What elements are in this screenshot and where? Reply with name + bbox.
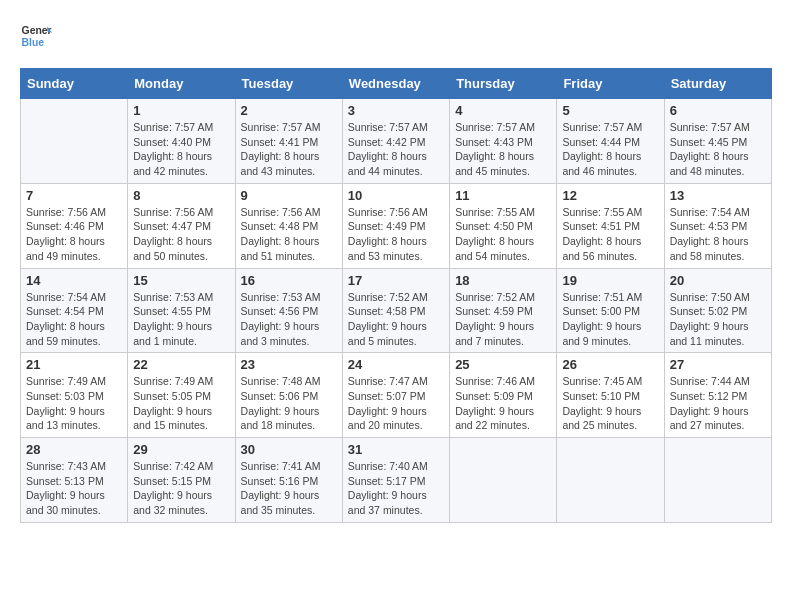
day-detail: Sunrise: 7:54 AMSunset: 4:53 PMDaylight:… <box>670 205 766 264</box>
sunset-text: Sunset: 4:40 PM <box>133 135 229 150</box>
header-cell-wednesday: Wednesday <box>342 69 449 99</box>
sunset-text: Sunset: 5:03 PM <box>26 389 122 404</box>
calendar-cell: 27Sunrise: 7:44 AMSunset: 5:12 PMDayligh… <box>664 353 771 438</box>
sunset-text: Sunset: 4:56 PM <box>241 304 337 319</box>
day-number: 25 <box>455 357 551 372</box>
sunset-text: Sunset: 4:59 PM <box>455 304 551 319</box>
sunrise-text: Sunrise: 7:40 AM <box>348 459 444 474</box>
day-number: 21 <box>26 357 122 372</box>
sunrise-text: Sunrise: 7:55 AM <box>562 205 658 220</box>
day-detail: Sunrise: 7:46 AMSunset: 5:09 PMDaylight:… <box>455 374 551 433</box>
calendar-cell: 1Sunrise: 7:57 AMSunset: 4:40 PMDaylight… <box>128 99 235 184</box>
daylight-text: Daylight: 8 hours and 44 minutes. <box>348 149 444 178</box>
day-detail: Sunrise: 7:56 AMSunset: 4:48 PMDaylight:… <box>241 205 337 264</box>
sunset-text: Sunset: 5:07 PM <box>348 389 444 404</box>
day-detail: Sunrise: 7:44 AMSunset: 5:12 PMDaylight:… <box>670 374 766 433</box>
daylight-text: Daylight: 9 hours and 7 minutes. <box>455 319 551 348</box>
calendar-cell: 2Sunrise: 7:57 AMSunset: 4:41 PMDaylight… <box>235 99 342 184</box>
calendar-cell: 18Sunrise: 7:52 AMSunset: 4:59 PMDayligh… <box>450 268 557 353</box>
daylight-text: Daylight: 9 hours and 18 minutes. <box>241 404 337 433</box>
daylight-text: Daylight: 9 hours and 22 minutes. <box>455 404 551 433</box>
sunrise-text: Sunrise: 7:56 AM <box>348 205 444 220</box>
calendar-cell: 25Sunrise: 7:46 AMSunset: 5:09 PMDayligh… <box>450 353 557 438</box>
logo-icon: General Blue <box>20 20 52 52</box>
day-detail: Sunrise: 7:57 AMSunset: 4:42 PMDaylight:… <box>348 120 444 179</box>
sunset-text: Sunset: 5:17 PM <box>348 474 444 489</box>
day-detail: Sunrise: 7:55 AMSunset: 4:50 PMDaylight:… <box>455 205 551 264</box>
sunrise-text: Sunrise: 7:47 AM <box>348 374 444 389</box>
calendar-cell <box>21 99 128 184</box>
sunset-text: Sunset: 5:02 PM <box>670 304 766 319</box>
sunrise-text: Sunrise: 7:48 AM <box>241 374 337 389</box>
daylight-text: Daylight: 9 hours and 15 minutes. <box>133 404 229 433</box>
sunrise-text: Sunrise: 7:50 AM <box>670 290 766 305</box>
page-header: General Blue <box>20 20 772 52</box>
day-detail: Sunrise: 7:43 AMSunset: 5:13 PMDaylight:… <box>26 459 122 518</box>
day-detail: Sunrise: 7:57 AMSunset: 4:45 PMDaylight:… <box>670 120 766 179</box>
day-detail: Sunrise: 7:56 AMSunset: 4:49 PMDaylight:… <box>348 205 444 264</box>
day-detail: Sunrise: 7:55 AMSunset: 4:51 PMDaylight:… <box>562 205 658 264</box>
svg-text:Blue: Blue <box>22 37 45 48</box>
sunrise-text: Sunrise: 7:41 AM <box>241 459 337 474</box>
day-number: 11 <box>455 188 551 203</box>
day-detail: Sunrise: 7:41 AMSunset: 5:16 PMDaylight:… <box>241 459 337 518</box>
daylight-text: Daylight: 9 hours and 5 minutes. <box>348 319 444 348</box>
sunrise-text: Sunrise: 7:57 AM <box>348 120 444 135</box>
daylight-text: Daylight: 8 hours and 43 minutes. <box>241 149 337 178</box>
calendar-cell: 31Sunrise: 7:40 AMSunset: 5:17 PMDayligh… <box>342 438 449 523</box>
calendar-cell: 14Sunrise: 7:54 AMSunset: 4:54 PMDayligh… <box>21 268 128 353</box>
daylight-text: Daylight: 9 hours and 32 minutes. <box>133 488 229 517</box>
sunset-text: Sunset: 4:46 PM <box>26 219 122 234</box>
sunset-text: Sunset: 4:42 PM <box>348 135 444 150</box>
calendar-cell: 28Sunrise: 7:43 AMSunset: 5:13 PMDayligh… <box>21 438 128 523</box>
day-number: 22 <box>133 357 229 372</box>
calendar-cell: 21Sunrise: 7:49 AMSunset: 5:03 PMDayligh… <box>21 353 128 438</box>
day-number: 1 <box>133 103 229 118</box>
sunrise-text: Sunrise: 7:49 AM <box>133 374 229 389</box>
sunset-text: Sunset: 5:16 PM <box>241 474 337 489</box>
sunset-text: Sunset: 4:44 PM <box>562 135 658 150</box>
day-number: 7 <box>26 188 122 203</box>
day-number: 20 <box>670 273 766 288</box>
day-detail: Sunrise: 7:53 AMSunset: 4:56 PMDaylight:… <box>241 290 337 349</box>
day-detail: Sunrise: 7:57 AMSunset: 4:40 PMDaylight:… <box>133 120 229 179</box>
header-cell-saturday: Saturday <box>664 69 771 99</box>
daylight-text: Daylight: 9 hours and 37 minutes. <box>348 488 444 517</box>
daylight-text: Daylight: 9 hours and 11 minutes. <box>670 319 766 348</box>
day-number: 17 <box>348 273 444 288</box>
sunset-text: Sunset: 5:12 PM <box>670 389 766 404</box>
daylight-text: Daylight: 9 hours and 25 minutes. <box>562 404 658 433</box>
daylight-text: Daylight: 8 hours and 53 minutes. <box>348 234 444 263</box>
day-detail: Sunrise: 7:48 AMSunset: 5:06 PMDaylight:… <box>241 374 337 433</box>
calendar-cell <box>557 438 664 523</box>
day-detail: Sunrise: 7:57 AMSunset: 4:43 PMDaylight:… <box>455 120 551 179</box>
sunset-text: Sunset: 4:55 PM <box>133 304 229 319</box>
daylight-text: Daylight: 8 hours and 46 minutes. <box>562 149 658 178</box>
sunrise-text: Sunrise: 7:55 AM <box>455 205 551 220</box>
daylight-text: Daylight: 8 hours and 54 minutes. <box>455 234 551 263</box>
sunrise-text: Sunrise: 7:57 AM <box>670 120 766 135</box>
sunrise-text: Sunrise: 7:53 AM <box>241 290 337 305</box>
daylight-text: Daylight: 9 hours and 30 minutes. <box>26 488 122 517</box>
sunrise-text: Sunrise: 7:43 AM <box>26 459 122 474</box>
calendar-cell: 22Sunrise: 7:49 AMSunset: 5:05 PMDayligh… <box>128 353 235 438</box>
day-number: 26 <box>562 357 658 372</box>
day-number: 2 <box>241 103 337 118</box>
sunset-text: Sunset: 5:15 PM <box>133 474 229 489</box>
sunset-text: Sunset: 4:41 PM <box>241 135 337 150</box>
daylight-text: Daylight: 8 hours and 48 minutes. <box>670 149 766 178</box>
calendar-cell: 29Sunrise: 7:42 AMSunset: 5:15 PMDayligh… <box>128 438 235 523</box>
sunset-text: Sunset: 4:49 PM <box>348 219 444 234</box>
day-detail: Sunrise: 7:57 AMSunset: 4:41 PMDaylight:… <box>241 120 337 179</box>
day-detail: Sunrise: 7:50 AMSunset: 5:02 PMDaylight:… <box>670 290 766 349</box>
calendar-cell: 12Sunrise: 7:55 AMSunset: 4:51 PMDayligh… <box>557 183 664 268</box>
day-detail: Sunrise: 7:47 AMSunset: 5:07 PMDaylight:… <box>348 374 444 433</box>
header-cell-friday: Friday <box>557 69 664 99</box>
day-number: 29 <box>133 442 229 457</box>
sunrise-text: Sunrise: 7:49 AM <box>26 374 122 389</box>
sunset-text: Sunset: 4:51 PM <box>562 219 658 234</box>
sunrise-text: Sunrise: 7:42 AM <box>133 459 229 474</box>
sunrise-text: Sunrise: 7:54 AM <box>670 205 766 220</box>
sunset-text: Sunset: 4:58 PM <box>348 304 444 319</box>
sunrise-text: Sunrise: 7:45 AM <box>562 374 658 389</box>
